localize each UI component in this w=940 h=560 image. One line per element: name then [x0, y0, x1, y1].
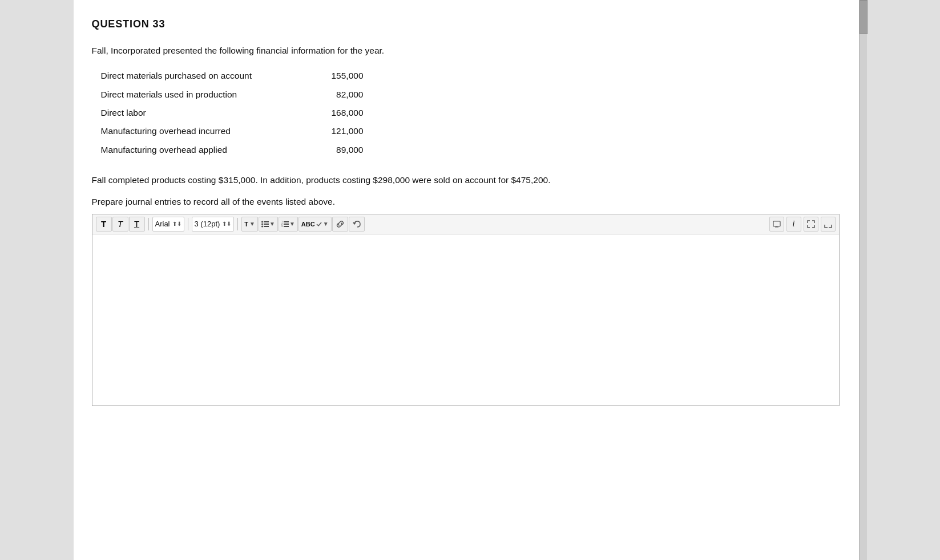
- expand-button[interactable]: [804, 217, 818, 232]
- financial-value: 168,000: [295, 105, 364, 120]
- financial-row: Manufacturing overhead incurred121,000: [101, 124, 840, 139]
- bold-button[interactable]: T: [96, 217, 112, 232]
- ol-arrow: ▼: [289, 221, 295, 227]
- editor-toolbar: T T T Arial ⬆⬇ 3 (12pt) ⬆⬇ T ▼: [92, 214, 839, 234]
- financial-row: Manufacturing overhead applied89,000: [101, 143, 840, 157]
- font-size-arrow: ⬆⬇: [222, 221, 231, 227]
- svg-point-3: [261, 221, 263, 222]
- undo-button[interactable]: [349, 217, 365, 232]
- page-container: QUESTION 33 Fall, Incorporated presented…: [74, 0, 867, 560]
- divider-1: [148, 218, 149, 230]
- unordered-list-button[interactable]: ▼: [259, 217, 278, 232]
- text-style-group: T T T: [96, 217, 145, 232]
- text-color-t: T: [244, 221, 248, 228]
- svg-text:3: 3: [281, 225, 283, 228]
- link-button[interactable]: [332, 217, 348, 232]
- financial-label: Direct materials purchased on account: [101, 68, 295, 83]
- toolbar-right: i: [769, 217, 836, 232]
- svg-rect-8: [284, 226, 289, 227]
- financial-value: 121,000: [295, 124, 364, 139]
- info-icon: i: [793, 220, 795, 229]
- list-ul-icon: [261, 220, 269, 228]
- divider-3: [237, 218, 238, 230]
- financial-row: Direct materials used in production82,00…: [101, 87, 840, 102]
- check-icon: [316, 221, 322, 227]
- font-size-select[interactable]: 3 (12pt) ⬆⬇: [192, 217, 235, 232]
- scrollbar-thumb[interactable]: [860, 0, 868, 34]
- financial-label: Manufacturing overhead applied: [101, 143, 295, 157]
- spellcheck-btn[interactable]: ABC ▼: [298, 217, 332, 232]
- italic-button[interactable]: T: [112, 217, 128, 232]
- info-button[interactable]: i: [786, 217, 801, 232]
- link-icon: [336, 221, 344, 228]
- financial-value: 82,000: [295, 87, 364, 102]
- underline-button[interactable]: T: [129, 217, 145, 232]
- font-size-label: 3 (12pt): [195, 220, 220, 228]
- undo-icon: [353, 220, 361, 228]
- financial-label: Direct materials used in production: [101, 87, 295, 102]
- scrollbar[interactable]: [859, 0, 867, 560]
- ordered-list-button[interactable]: 1 2 3 ▼: [279, 217, 298, 232]
- svg-rect-12: [773, 221, 780, 226]
- svg-rect-2: [264, 226, 269, 227]
- question-title: QUESTION 33: [92, 18, 840, 30]
- screen-button[interactable]: [769, 217, 784, 232]
- editor-container: T T T Arial ⬆⬇ 3 (12pt) ⬆⬇ T ▼: [92, 214, 840, 406]
- financial-row: Direct labor168,000: [101, 105, 840, 120]
- question-paragraph: Fall completed products costing $315,000…: [92, 173, 840, 188]
- collapse-button[interactable]: [821, 217, 836, 232]
- abc-label: ABC: [301, 221, 315, 228]
- font-family-label: Arial: [155, 220, 170, 228]
- question-intro: Fall, Incorporated presented the followi…: [92, 44, 840, 57]
- financial-label: Manufacturing overhead incurred: [101, 124, 295, 139]
- svg-rect-1: [264, 224, 269, 225]
- collapse-icon: [824, 220, 832, 228]
- financial-row: Direct materials purchased on account155…: [101, 68, 840, 83]
- format-group: T ▼ ▼: [241, 217, 364, 232]
- svg-point-4: [261, 223, 263, 225]
- financial-value: 89,000: [295, 143, 364, 157]
- screen-icon: [773, 221, 781, 228]
- financial-value: 155,000: [295, 68, 364, 83]
- expand-icon: [807, 220, 815, 228]
- question-instruction: Prepare journal entries to record all of…: [92, 197, 840, 207]
- editor-body[interactable]: [92, 234, 839, 405]
- font-family-select[interactable]: Arial ⬆⬇: [152, 217, 184, 232]
- svg-rect-0: [264, 221, 269, 222]
- text-color-arrow: ▼: [249, 221, 255, 227]
- svg-rect-7: [284, 224, 289, 225]
- svg-rect-6: [284, 221, 289, 222]
- financial-table: Direct materials purchased on account155…: [101, 68, 840, 157]
- spellcheck-arrow: ▼: [323, 221, 329, 227]
- financial-label: Direct labor: [101, 105, 295, 120]
- svg-point-5: [261, 225, 263, 227]
- text-color-btn[interactable]: T ▼: [241, 217, 258, 232]
- ul-arrow: ▼: [269, 221, 275, 227]
- divider-2: [188, 218, 188, 230]
- font-family-arrow: ⬆⬇: [172, 221, 181, 227]
- list-ol-icon: 1 2 3: [281, 220, 289, 228]
